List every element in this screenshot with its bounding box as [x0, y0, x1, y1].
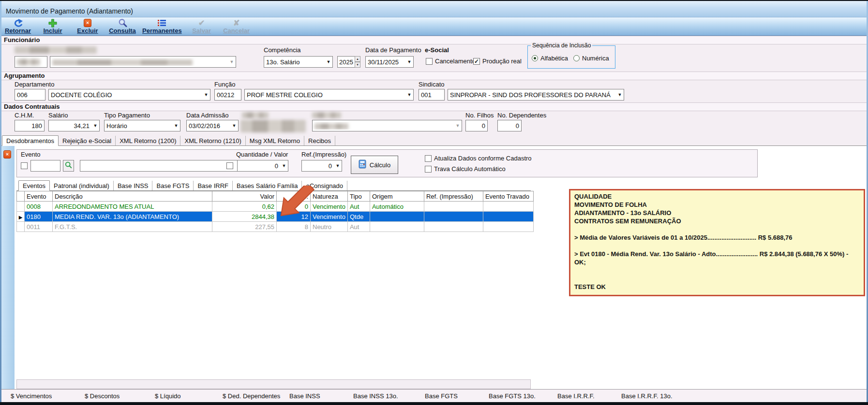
grid-header-natureza[interactable]: Natureza — [311, 191, 348, 202]
cell-natureza[interactable]: Vencimento — [311, 202, 348, 212]
toolbar-button-consulta[interactable]: Consulta — [107, 18, 137, 34]
dropdown-arrow-icon[interactable] — [405, 57, 413, 67]
cell-tipo[interactable]: Aut — [347, 222, 370, 232]
departamento-code-field[interactable]: 006 — [15, 89, 45, 101]
evento-search-button[interactable] — [63, 160, 74, 172]
dropdown-arrow-icon[interactable] — [405, 89, 413, 100]
tab-msg-xml-retorno[interactable]: Msg XML Retorno — [246, 136, 304, 145]
dropdown-arrow-icon[interactable] — [616, 89, 624, 100]
ref-impressao-combo[interactable]: 0 — [301, 160, 342, 172]
competencia-year-stepper[interactable]: 2025 — [337, 56, 360, 68]
cell-tipo[interactable]: Aut — [347, 202, 370, 212]
cell-descricao[interactable]: F.G.T.S. — [53, 222, 212, 232]
grid-header-evento[interactable]: Evento — [25, 191, 53, 202]
cell-ref[interactable]: 8 — [277, 222, 311, 232]
cell-evento-travado[interactable] — [483, 212, 533, 222]
departamento-combo[interactable]: DOCENTE COLÉGIO — [48, 89, 210, 101]
numerica-radio[interactable] — [573, 55, 580, 61]
dropdown-arrow-icon[interactable] — [202, 89, 210, 100]
cell-ref-impressao[interactable] — [424, 212, 483, 222]
cell-valor[interactable]: 0,62 — [212, 202, 277, 212]
funcao-code-field[interactable]: 00212 — [214, 89, 241, 101]
toolbar-button-retornar[interactable]: Retornar — [3, 18, 33, 34]
tab-rejeicao-esocial[interactable]: Rejeição e-Social — [59, 136, 116, 145]
producao-real-checkbox[interactable] — [473, 58, 480, 65]
dependentes-field[interactable]: 0 — [497, 120, 522, 131]
grid-header-ref[interactable]: Ref. — [277, 191, 311, 202]
toolbar-button-excluir[interactable]: Excluir — [73, 18, 103, 34]
horizontal-scrollbar[interactable] — [16, 379, 531, 389]
grid-header-valor[interactable]: Valor — [212, 191, 277, 202]
funcao-combo[interactable]: PROF MESTRE COLEGIO — [244, 89, 414, 101]
alfabetica-radio[interactable] — [532, 55, 538, 61]
data-admissao-combo[interactable]: 03/02/2016 — [186, 120, 239, 131]
filhos-field[interactable]: 0 — [465, 120, 488, 131]
evento-code-input[interactable] — [30, 160, 60, 172]
alfabetica-radio-row[interactable]: Alfabética — [532, 55, 568, 62]
salario-combo[interactable]: 34,21 — [48, 120, 100, 131]
cell-ref-impressao[interactable] — [424, 222, 483, 232]
employee-combo[interactable] — [50, 56, 236, 68]
spinner-up-icon[interactable] — [355, 56, 360, 62]
grid-header-evento-travado[interactable]: Evento Travado — [483, 191, 533, 202]
cell-evento-travado[interactable] — [483, 222, 533, 232]
subtab-base-inss[interactable]: Base INSS — [114, 181, 153, 190]
grid-header-tipo[interactable]: Tipo — [347, 191, 370, 202]
redacted-combo[interactable] — [312, 120, 462, 131]
cell-natureza[interactable]: Vencimento — [311, 212, 348, 222]
cell-ref[interactable]: 12 — [277, 212, 311, 222]
delete-record-icon[interactable] — [3, 150, 11, 159]
tab-xml-retorno-1200[interactable]: XML Retorno (1200) — [116, 136, 180, 145]
table-row[interactable]: 0011 F.G.T.S. 227,55 8 Neutro Aut — [17, 222, 534, 232]
grid-header-ref-impressao[interactable]: Ref. (Impressão) — [424, 191, 483, 202]
cell-origem[interactable] — [370, 222, 424, 232]
dropdown-arrow-icon[interactable] — [334, 160, 342, 171]
tab-xml-retorno-1210[interactable]: XML Retorno (1210) — [180, 136, 245, 145]
cell-descricao[interactable]: MEDIA REND. VAR. 13o (ADIANTAMENTO) — [53, 212, 212, 222]
dropdown-arrow-icon[interactable] — [91, 120, 99, 131]
subtab-patronal[interactable]: Patronal (individual) — [50, 181, 114, 190]
toolbar-button-permanentes[interactable]: Permanentes — [142, 18, 182, 34]
spinner-down-icon[interactable] — [355, 62, 360, 68]
tab-recibos[interactable]: Recibos — [304, 136, 335, 145]
atualiza-checkbox[interactable] — [425, 155, 432, 162]
atualiza-checkbox-row[interactable]: Atualiza Dados conforme Cadastro — [425, 155, 532, 162]
cell-evento[interactable]: 0180 — [25, 212, 53, 222]
sindicato-code-field[interactable]: 001 — [419, 89, 445, 101]
subtab-bases-salario-familia[interactable]: Bases Salário Família — [233, 181, 302, 190]
subtab-eventos[interactable]: Eventos — [18, 180, 50, 191]
cell-natureza[interactable]: Neutro — [311, 222, 348, 232]
cell-tipo[interactable]: Qtde — [347, 212, 370, 222]
cancelamento-checkbox-row[interactable]: Cancelamento — [426, 58, 476, 65]
cell-valor-focused[interactable]: 2844,38 — [212, 212, 277, 222]
cell-ref-impressao[interactable] — [424, 202, 483, 212]
employee-code-field[interactable] — [15, 56, 47, 68]
quantidade-combo[interactable]: 0 — [237, 160, 288, 172]
cell-ref[interactable]: 0 — [277, 202, 311, 212]
evento-combo[interactable] — [80, 160, 249, 172]
subtab-base-irrf[interactable]: Base IRRF — [194, 181, 233, 190]
dropdown-arrow-icon[interactable] — [172, 120, 180, 131]
trava-checkbox-row[interactable]: Trava Cálculo Automático — [425, 165, 506, 173]
numerica-radio-row[interactable]: Numérica — [573, 55, 609, 62]
dropdown-arrow-icon[interactable] — [454, 120, 462, 131]
subtab-econsignado[interactable]: eConsignado — [302, 181, 347, 190]
cell-origem[interactable]: Automático — [370, 202, 424, 212]
calculo-button[interactable]: Cálculo — [351, 156, 398, 174]
dropdown-arrow-icon[interactable] — [280, 160, 288, 171]
data-pagamento-combo[interactable]: 30/11/2025 — [365, 56, 414, 68]
cell-origem[interactable] — [370, 212, 424, 222]
grid-header-origem[interactable]: Origem — [370, 191, 424, 202]
dropdown-arrow-icon[interactable] — [325, 57, 332, 67]
tipo-pagamento-combo[interactable]: Horário — [104, 120, 180, 131]
quantidade-checkbox[interactable] — [226, 162, 233, 169]
cell-evento-travado[interactable] — [483, 202, 533, 212]
evento-checkbox[interactable] — [21, 162, 28, 169]
grid-header-descricao[interactable]: Descrição — [53, 191, 212, 202]
dropdown-arrow-icon[interactable] — [228, 57, 236, 67]
table-row-selected[interactable]: 0180 MEDIA REND. VAR. 13o (ADIANTAMENTO)… — [17, 212, 534, 222]
competencia-combo[interactable]: 13o. Salário — [264, 56, 333, 68]
table-row[interactable]: 0008 ARREDONDAMENTO MES ATUAL 0,62 0 Ven… — [17, 202, 534, 212]
cell-valor[interactable]: 227,55 — [212, 222, 277, 232]
subtab-base-fgts[interactable]: Base FGTS — [152, 181, 194, 190]
